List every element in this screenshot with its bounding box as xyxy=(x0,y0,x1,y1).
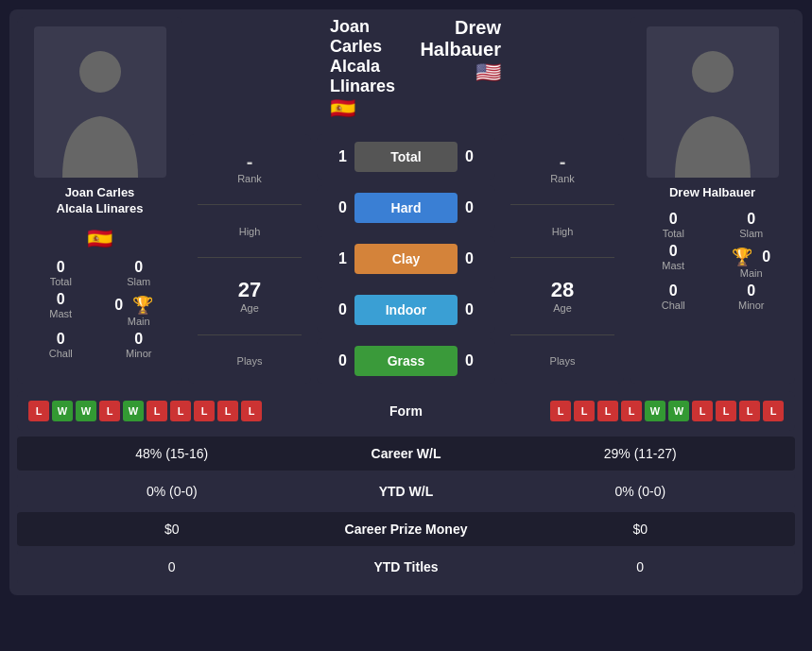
left-minor-value: 0 xyxy=(134,331,143,348)
surface-badge: Clay xyxy=(354,244,458,274)
right-form-pills: LLLLWWLLLL xyxy=(452,401,785,421)
form-pill: W xyxy=(52,401,73,421)
right-chall-value: 0 xyxy=(669,283,678,300)
form-pill: L xyxy=(716,401,736,421)
right-player-stats: 0 Total 0 Slam 0 Mast 🏆 0 xyxy=(639,211,786,311)
right-ytd-titles: 0 xyxy=(501,559,781,574)
right-rank-label: Rank xyxy=(550,173,575,184)
right-main-stat-wrapper: 🏆 0 Main xyxy=(717,243,786,279)
left-chall-stat: 0 Chall xyxy=(26,331,95,359)
surface-badge: Hard xyxy=(354,193,458,223)
surface-row-clay: 1 Clay 0 xyxy=(317,236,495,282)
right-center-name: Drew Halbauer 🇺🇸 xyxy=(416,17,502,85)
left-ytd-wl: 0% (0-0) xyxy=(32,484,312,499)
left-mast-label: Mast xyxy=(49,308,72,319)
left-chall-label: Chall xyxy=(49,348,73,359)
right-total-label: Total xyxy=(663,228,684,239)
right-chall-stat: 0 Chall xyxy=(639,283,708,311)
right-main-label: Main xyxy=(740,267,763,279)
form-pill: L xyxy=(574,401,595,421)
right-total-value: 0 xyxy=(669,211,678,228)
left-minor-label: Minor xyxy=(126,348,152,359)
right-age-value: 28 xyxy=(551,278,574,302)
right-age-label: Age xyxy=(553,302,572,314)
prize-label: Career Prize Money xyxy=(312,522,501,537)
svg-point-1 xyxy=(692,51,734,93)
surface-score-right: 0 xyxy=(465,301,484,318)
left-rank-group: - Rank xyxy=(237,151,262,184)
left-total-value: 0 xyxy=(57,259,65,276)
right-age-group: 28 Age xyxy=(551,278,574,314)
surface-badge: Total xyxy=(354,142,458,172)
left-age-label: Age xyxy=(240,302,259,314)
left-slam-stat: 0 Slam xyxy=(105,259,174,287)
left-player-stats: 0 Total 0 Slam 0 Mast 0 🏆 xyxy=(26,259,173,359)
left-slam-label: Slam xyxy=(127,276,150,287)
left-trophy-row: 0 🏆 xyxy=(114,295,163,316)
form-pill: W xyxy=(76,401,96,421)
right-trophy-row: 🏆 0 xyxy=(732,247,770,267)
career-wl-label: Career W/L xyxy=(312,446,501,461)
left-trophy-icon: 🏆 xyxy=(132,295,153,316)
right-flag-center: 🇺🇸 xyxy=(416,60,502,85)
right-rank-value: - xyxy=(560,151,566,173)
left-prize: $0 xyxy=(32,522,312,537)
surface-score-right: 0 xyxy=(465,199,484,216)
ytd-titles-row: 0 YTD Titles 0 xyxy=(17,550,795,584)
middle-section: Joan CarlesAlcala Llinares 🇪🇸 Drew Halba… xyxy=(188,17,624,384)
left-high-label: High xyxy=(239,226,261,237)
form-pill: L xyxy=(170,401,191,421)
left-flag-center: 🇪🇸 xyxy=(330,96,355,121)
right-plays-group: Plays xyxy=(550,355,576,367)
left-age-group: 27 Age xyxy=(238,278,261,314)
left-rank-value: - xyxy=(247,151,253,173)
left-total-label: Total xyxy=(50,276,72,287)
form-pill: L xyxy=(241,401,262,421)
surface-score-right: 0 xyxy=(465,250,484,267)
left-mast-value: 0 xyxy=(57,291,65,308)
surface-score-left: 0 xyxy=(328,199,347,216)
left-mast-stat: 0 Mast xyxy=(26,291,95,327)
content-wrapper: Joan Carles Alcala Llinares 🇪🇸 0 Total 0… xyxy=(9,9,803,595)
form-pill: L xyxy=(739,401,760,421)
left-player-name: Joan Carles Alcala Llinares xyxy=(57,185,144,217)
form-pill: L xyxy=(99,401,120,421)
surface-row-indoor: 0 Indoor 0 xyxy=(317,287,495,333)
right-rank-card: - Rank High 28 Age xyxy=(501,134,624,384)
surface-row-hard: 0 Hard 0 xyxy=(317,185,495,231)
right-slam-stat: 0 Slam xyxy=(717,211,786,239)
right-slam-label: Slam xyxy=(739,228,763,239)
ytd-titles-label: YTD Titles xyxy=(312,559,501,574)
left-minor-stat: 0 Minor xyxy=(105,331,174,359)
left-plays-group: Plays xyxy=(237,355,263,367)
right-minor-stat: 0 Minor xyxy=(717,283,786,311)
right-high-group: High xyxy=(552,226,574,237)
left-plays-label: Plays xyxy=(237,355,263,367)
right-ytd-wl: 0% (0-0) xyxy=(501,484,781,499)
form-pill: L xyxy=(217,401,238,421)
right-prize: $0 xyxy=(501,522,781,537)
stats-surface-row: - Rank High 27 Age xyxy=(188,134,624,384)
left-main-value: 0 xyxy=(114,297,123,314)
right-minor-value: 0 xyxy=(747,283,755,300)
surface-score-left: 1 xyxy=(328,148,347,165)
surface-badge: Grass xyxy=(354,346,458,376)
form-pill: L xyxy=(763,401,784,421)
left-rank-label: Rank xyxy=(237,173,262,184)
right-minor-label: Minor xyxy=(738,300,765,311)
right-player-name-center: Drew Halbauer 🇺🇸 xyxy=(416,17,502,85)
right-player-name: Drew Halbauer xyxy=(669,185,755,201)
form-label: Form xyxy=(369,403,444,419)
surface-section: 1 Total 0 0 Hard 0 1 Clay 0 0 Indoor 0 0… xyxy=(317,134,495,384)
form-pill: L xyxy=(194,401,215,421)
left-center-name: Joan CarlesAlcala Llinares 🇪🇸 xyxy=(311,17,416,121)
svg-point-0 xyxy=(79,51,121,93)
left-player-name-center: Joan CarlesAlcala Llinares xyxy=(330,17,416,96)
surface-score-left: 1 xyxy=(328,250,347,267)
left-main-stat-wrapper: 0 🏆 Main xyxy=(105,291,174,327)
right-chall-label: Chall xyxy=(662,300,685,311)
form-pill: W xyxy=(645,401,665,421)
right-high-label: High xyxy=(552,226,574,237)
right-career-wl: 29% (11-27) xyxy=(501,446,781,461)
right-trophy-icon: 🏆 xyxy=(732,247,752,267)
